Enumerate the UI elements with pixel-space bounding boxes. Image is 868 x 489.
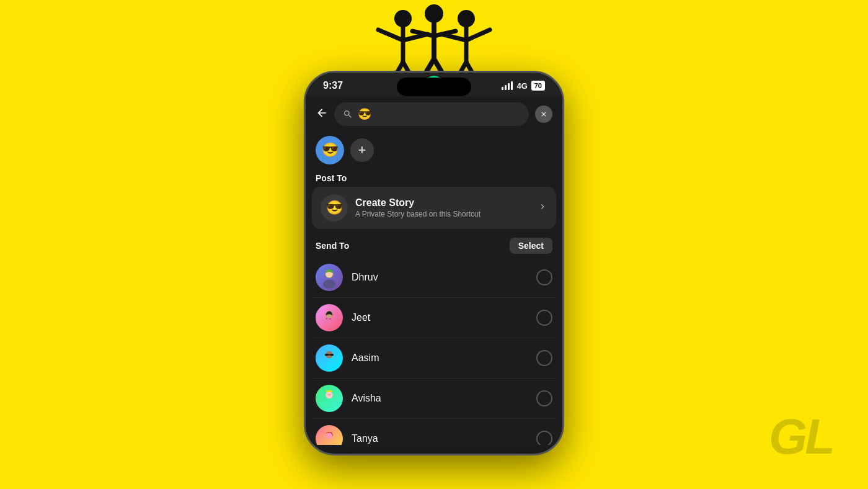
story-text: Create Story A Private Story based on th… [355,197,538,218]
svg-point-31 [326,390,333,392]
battery-indicator: 70 [531,81,545,91]
contact-list: Dhruv Jeet [306,258,562,445]
signal-bar-2 [505,85,507,90]
svg-line-6 [378,30,403,40]
avatar-avisha [316,385,343,412]
back-button[interactable] [316,107,328,122]
signal-bars [502,81,513,90]
contact-name-dhruv: Dhruv [352,272,536,283]
send-to-label: Send To [316,241,349,251]
post-to-label: Post To [306,171,562,187]
phone-wrapper: 9:37 4G 70 [304,71,564,455]
dynamic-island [397,78,471,96]
phone: 9:37 4G 70 [304,71,564,455]
chips-row: 😎 + [306,132,562,171]
contact-item-jeet[interactable]: Jeet [312,298,556,338]
radio-aasim[interactable] [536,350,552,366]
contact-name-avisha: Avisha [352,393,536,404]
phone-content: 😎 😎 + Post To [306,96,562,445]
contact-name-tanya: Tanya [352,433,536,444]
radio-avisha[interactable] [536,390,552,406]
search-bar: 😎 [306,96,562,132]
avatar-dhruv [316,264,343,291]
search-input-area[interactable]: 😎 [334,102,529,126]
svg-text:GL: GL [769,409,833,459]
avatar-jeet [316,304,343,331]
svg-rect-28 [325,354,334,356]
svg-point-20 [323,280,335,289]
avatar-tanya [316,425,343,445]
story-title: Create Story [355,197,538,209]
signal-bar-3 [508,83,510,90]
contact-item-aasim[interactable]: Aasim [312,338,556,379]
network-type: 4G [516,81,527,91]
signal-bar-4 [511,81,513,90]
create-story-card[interactable]: 😎 Create Story A Private Story based on … [312,187,556,229]
search-icon [343,109,353,119]
story-icon: 😎 [321,194,348,222]
svg-point-1 [394,10,412,27]
send-to-header: Send To Select [306,229,562,258]
signal-bar-1 [502,87,503,90]
avatar-aasim [316,344,343,372]
svg-point-7 [425,4,443,23]
svg-line-17 [441,34,466,40]
select-button[interactable]: Select [510,238,552,254]
svg-point-13 [458,10,475,27]
radio-tanya[interactable] [536,431,552,445]
add-chip-button[interactable]: + [350,138,374,162]
story-subtitle: A Private Story based on this Shortcut [355,210,538,218]
contact-name-aasim: Aasim [352,352,536,364]
status-time: 9:37 [323,80,343,91]
contact-item-dhruv[interactable]: Dhruv [312,258,556,298]
status-right: 4G 70 [502,81,545,91]
contact-item-tanya[interactable]: Tanya [312,419,556,445]
chevron-right-icon [538,202,547,215]
selected-emoji-chip[interactable]: 😎 [316,136,344,164]
radio-jeet[interactable] [536,310,552,326]
svg-line-18 [466,30,490,40]
clear-button[interactable] [535,105,552,123]
contact-name-jeet: Jeet [352,312,536,323]
search-emoji: 😎 [358,107,371,121]
gl-watermark: GL [769,409,843,470]
contact-item-avisha[interactable]: Avisha [312,379,556,419]
radio-dhruv[interactable] [536,269,552,285]
